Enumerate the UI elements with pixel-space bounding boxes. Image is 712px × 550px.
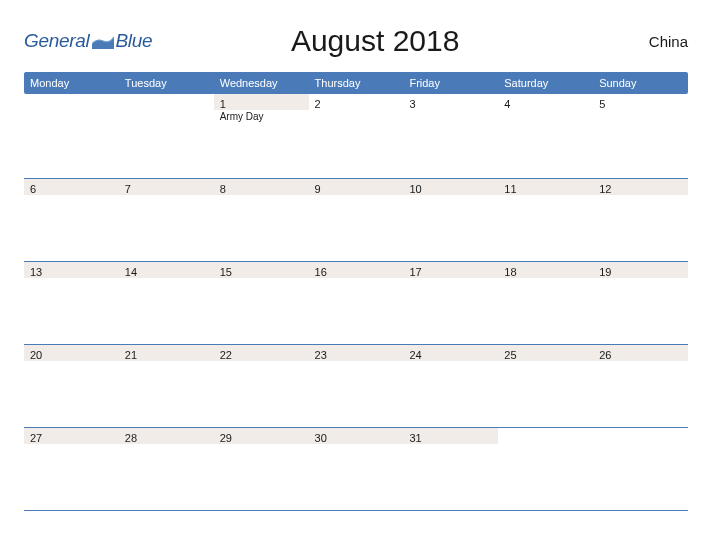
day-number: 3: [409, 98, 492, 110]
calendar-day: 14: [119, 262, 214, 344]
day-number: 13: [30, 266, 113, 278]
calendar-title: August 2018: [152, 24, 598, 58]
day-number: 19: [599, 266, 682, 278]
day-number: 14: [125, 266, 208, 278]
day-number: 20: [30, 349, 113, 361]
calendar-day: 16: [309, 262, 404, 344]
brand-name: General: [24, 30, 90, 52]
dow-mon: Monday: [24, 72, 119, 94]
calendar-day: 26: [593, 345, 688, 427]
dow-tue: Tuesday: [119, 72, 214, 94]
day-number: 15: [220, 266, 303, 278]
calendar-day: 12: [593, 179, 688, 261]
day-number: 30: [315, 432, 398, 444]
dow-wed: Wednesday: [214, 72, 309, 94]
day-number: 25: [504, 349, 587, 361]
calendar-grid: Monday Tuesday Wednesday Thursday Friday…: [24, 72, 688, 511]
calendar-week: 2728293031: [24, 428, 688, 511]
calendar-day: 28: [119, 428, 214, 510]
dow-thu: Thursday: [309, 72, 404, 94]
day-number: 24: [409, 349, 492, 361]
day-event: Army Day: [220, 111, 303, 122]
day-of-week-row: Monday Tuesday Wednesday Thursday Friday…: [24, 72, 688, 94]
day-number: 7: [125, 183, 208, 195]
calendar-header: General Blue August 2018 China: [24, 24, 688, 58]
calendar-day: 30: [309, 428, 404, 510]
region-label: China: [598, 33, 688, 50]
calendar-day: 10: [403, 179, 498, 261]
calendar-day: 21: [119, 345, 214, 427]
day-number: 2: [315, 98, 398, 110]
day-number: 11: [504, 183, 587, 195]
calendar-day: 6: [24, 179, 119, 261]
day-number: 10: [409, 183, 492, 195]
calendar-day: 5: [593, 94, 688, 178]
calendar-day: 27: [24, 428, 119, 510]
dow-sun: Sunday: [593, 72, 688, 94]
dow-fri: Friday: [403, 72, 498, 94]
calendar-day: 3: [403, 94, 498, 178]
day-number: 5: [599, 98, 682, 110]
calendar-day: 31: [403, 428, 498, 510]
calendar-week: 1Army Day2345: [24, 94, 688, 179]
calendar-week: 20212223242526: [24, 345, 688, 428]
calendar-day: 23: [309, 345, 404, 427]
calendar-day: [24, 94, 119, 178]
calendar-week: 13141516171819: [24, 262, 688, 345]
day-number: 28: [125, 432, 208, 444]
day-number: 31: [409, 432, 492, 444]
globe-icon: [92, 31, 114, 49]
calendar-day: 7: [119, 179, 214, 261]
calendar-day: [119, 94, 214, 178]
calendar-day: [593, 428, 688, 510]
calendar-day: 11: [498, 179, 593, 261]
calendar-day: 29: [214, 428, 309, 510]
day-number: 21: [125, 349, 208, 361]
day-number: 18: [504, 266, 587, 278]
calendar-day: 1Army Day: [214, 94, 309, 178]
day-number: 29: [220, 432, 303, 444]
calendar-day: 25: [498, 345, 593, 427]
calendar-day: 8: [214, 179, 309, 261]
calendar-day: 22: [214, 345, 309, 427]
brand-logo: General Blue: [24, 30, 152, 52]
day-number: 8: [220, 183, 303, 195]
day-number: 4: [504, 98, 587, 110]
calendar-week: 6789101112: [24, 179, 688, 262]
day-number: 17: [409, 266, 492, 278]
day-number: 6: [30, 183, 113, 195]
calendar-day: 9: [309, 179, 404, 261]
calendar-day: [498, 428, 593, 510]
calendar-day: 24: [403, 345, 498, 427]
day-number: 1: [220, 98, 303, 110]
day-number: 26: [599, 349, 682, 361]
calendar-day: 19: [593, 262, 688, 344]
calendar-day: 17: [403, 262, 498, 344]
calendar-day: 2: [309, 94, 404, 178]
day-number: 27: [30, 432, 113, 444]
calendar-day: 4: [498, 94, 593, 178]
brand-accent: Blue: [116, 30, 153, 52]
calendar-day: 13: [24, 262, 119, 344]
dow-sat: Saturday: [498, 72, 593, 94]
calendar-day: 15: [214, 262, 309, 344]
calendar-day: 18: [498, 262, 593, 344]
calendar-day: 20: [24, 345, 119, 427]
day-number: 16: [315, 266, 398, 278]
day-number: 23: [315, 349, 398, 361]
day-number: 9: [315, 183, 398, 195]
day-number: 12: [599, 183, 682, 195]
day-number: 22: [220, 349, 303, 361]
